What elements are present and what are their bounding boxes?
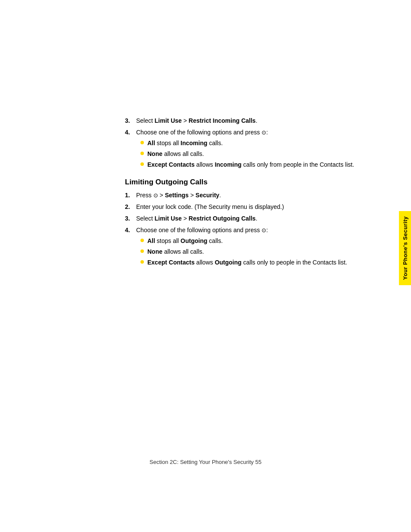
bullet-text: None allows all calls. [147,247,204,256]
bullet-item-all-incoming: All stops all Incoming calls. [140,139,375,148]
bullet-item-none-outgoing: None allows all calls. [140,247,375,256]
ok-icon-3 [262,227,266,233]
section2-steps: 1. Press > Settings > Security. 2. Enter… [125,191,375,269]
bullet-item-none-incoming: None allows all calls. [140,149,375,159]
step-number-2-2: 2. [125,202,134,212]
section1-steps: 3. Select Limit Use > Restrict Incoming … [125,116,375,171]
bullet-dot [140,260,144,264]
footer-text: Section 2C: Setting Your Phone's Securit… [149,459,262,465]
step-content-2-2: Enter your lock code. (The Security menu… [136,202,375,212]
section2-heading: Limiting Outgoing Calls [125,178,375,187]
step-content-4: Choose one of the following options and … [136,128,375,171]
bullet-item-except-contacts-outgoing: Except Contacts allows Outgoing calls on… [140,258,375,267]
bullet-text: All stops all Incoming calls. [147,139,223,148]
bullet-list-incoming: All stops all Incoming calls. None allow… [140,139,375,169]
bullet-text: Except Contacts allows Outgoing calls on… [147,258,347,267]
side-tab: Your Phone's Security [399,211,411,285]
step2-1: 1. Press > Settings > Security. [125,191,375,200]
ok-icon [262,129,266,136]
bullet-text: Except Contacts allows Incoming calls on… [147,160,354,169]
bullet-item-all-outgoing: All stops all Outgoing calls. [140,236,375,246]
step-3: 3. Select Limit Use > Restrict Incoming … [125,116,375,125]
step-number-3: 3. [125,116,134,125]
bullet-text: None allows all calls. [147,149,204,159]
bullet-dot [140,249,144,253]
bullet-dot [140,152,144,155]
step-content-2-1: Press > Settings > Security. [136,191,375,200]
step2-4: 4. Choose one of the following options a… [125,226,375,269]
page-footer: Section 2C: Setting Your Phone's Securit… [0,459,411,465]
step-number-4: 4. [125,128,134,171]
bullet-dot [140,141,144,144]
step-content-2-4: Choose one of the following options and … [136,226,375,269]
page-content: 3. Select Limit Use > Restrict Incoming … [125,116,375,273]
side-tab-label: Your Phone's Security [402,216,408,280]
step-number-2-3: 3. [125,214,134,223]
step2-3: 3. Select Limit Use > Restrict Outgoing … [125,214,375,223]
bullet-text: All stops all Outgoing calls. [147,236,223,246]
bullet-item-except-contacts-incoming: Except Contacts allows Incoming calls on… [140,160,375,169]
step-content-3: Select Limit Use > Restrict Incoming Cal… [136,116,375,125]
step2-2: 2. Enter your lock code. (The Security m… [125,202,375,212]
bullet-dot [140,239,144,242]
bullet-list-outgoing: All stops all Outgoing calls. None allow… [140,236,375,267]
step-content-2-3: Select Limit Use > Restrict Outgoing Cal… [136,214,375,223]
step-number-2-4: 4. [125,226,134,269]
step-number-2-1: 1. [125,191,134,200]
step-4: 4. Choose one of the following options a… [125,128,375,171]
bullet-dot [140,162,144,166]
ok-icon-2 [153,192,158,199]
